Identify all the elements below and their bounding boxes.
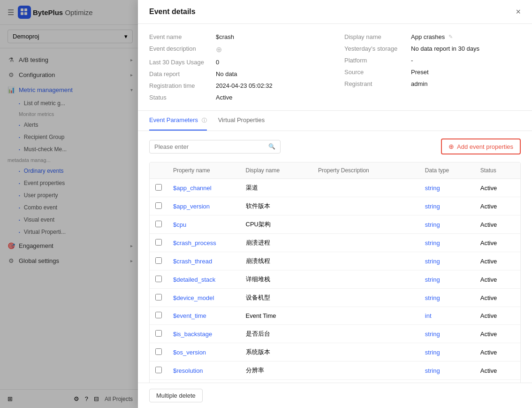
prop-status: Active: [480, 312, 515, 319]
prop-type: string: [425, 258, 477, 265]
meta-registrant-row: Registrant admin: [344, 80, 521, 87]
close-icon[interactable]: ×: [516, 8, 521, 16]
meta-source-row: Source Preset: [344, 69, 521, 76]
prop-name[interactable]: $crash_process: [173, 239, 242, 246]
prop-status: Active: [480, 367, 515, 374]
prop-type: string: [425, 239, 477, 246]
tab-event-parameters[interactable]: Event Parameters ⓘ: [149, 111, 207, 131]
add-btn-label: Add event properties: [457, 143, 513, 150]
row-checkbox[interactable]: [155, 184, 169, 192]
prop-name[interactable]: $cpu: [173, 221, 242, 228]
row-checkbox[interactable]: [155, 367, 169, 375]
event-name-label: Event name: [149, 33, 210, 40]
meta-platform-row: Platform -: [344, 57, 521, 64]
meta-event-desc-row: Event description ⊕: [149, 45, 326, 54]
row-checkbox[interactable]: [155, 330, 169, 338]
col-data-type: Data type: [425, 167, 477, 174]
prop-status: Active: [480, 276, 515, 283]
meta-last30-row: Last 30 Days Usage 0: [149, 59, 326, 66]
row-checkbox[interactable]: [155, 312, 169, 320]
prop-status: Active: [480, 185, 515, 192]
yesterday-value: No data report in 30 days: [411, 45, 479, 52]
reg-time-label: Registration time: [149, 82, 210, 89]
table-row: $os_version 系统版本 string Active: [150, 343, 520, 362]
plus-icon: ⊕: [448, 143, 454, 150]
modal-body: 🔍 ⊕ Add event properties Property name D…: [138, 131, 532, 383]
table-row: $is_backstage 是否后台 string Active: [150, 325, 520, 343]
table-row: $event_time Event Time int Active: [150, 307, 520, 325]
row-checkbox[interactable]: [155, 221, 169, 229]
prop-display: 渠道: [246, 184, 315, 192]
event-desc-add-icon[interactable]: ⊕: [216, 45, 222, 54]
prop-display: 设备机型: [246, 293, 315, 302]
search-icon: 🔍: [268, 143, 275, 150]
prop-display: Event Time: [246, 312, 315, 319]
table-row: $resolution 分辨率 string Active: [150, 362, 520, 380]
modal-footer: Multiple delete: [138, 383, 532, 408]
prop-status: Active: [480, 294, 515, 301]
prop-name[interactable]: $detailed_stack: [173, 276, 242, 283]
last30-label: Last 30 Days Usage: [149, 59, 210, 66]
display-name-label: Display name: [344, 33, 405, 40]
prop-type: string: [425, 367, 477, 374]
prop-display: CPU架构: [246, 220, 315, 229]
prop-name[interactable]: $event_time: [173, 312, 242, 319]
row-checkbox[interactable]: [155, 294, 169, 302]
meta-status-row: Status Active: [149, 94, 326, 101]
meta-event-name-row: Event name $crash: [149, 33, 326, 40]
tab-event-params-label: Event Parameters: [149, 116, 198, 123]
display-name-value: App crashes ✎: [411, 33, 453, 40]
table-row: $cpu CPU架构 string Active: [150, 216, 520, 234]
tab-virtual-properties[interactable]: Virtual Properties: [218, 111, 265, 131]
prop-name[interactable]: $crash_thread: [173, 258, 242, 265]
table-row: $crash_thread 崩溃线程 string Active: [150, 252, 520, 270]
modal-tabs: Event Parameters ⓘ Virtual Properties: [138, 111, 532, 131]
prop-display: 崩溃进程: [246, 239, 315, 247]
data-report-value: No data: [216, 70, 237, 77]
prop-type: string: [425, 203, 477, 210]
prop-name[interactable]: $device_model: [173, 294, 242, 301]
prop-name[interactable]: $os_version: [173, 349, 242, 356]
registrant-value: admin: [411, 80, 427, 87]
data-report-label: Data report: [149, 70, 210, 77]
row-checkbox[interactable]: [155, 348, 169, 356]
status-value: Active: [216, 94, 232, 101]
row-checkbox[interactable]: [155, 257, 169, 265]
prop-name[interactable]: $app_version: [173, 203, 242, 210]
table-row: $crash_process 崩溃进程 string Active: [150, 234, 520, 252]
props-rows-container: $app_channel 渠道 string Active $app_versi…: [150, 179, 520, 383]
event-name-value: $crash: [216, 33, 234, 40]
status-label: Status: [149, 94, 210, 101]
modal-title: Event details: [149, 8, 196, 16]
edit-icon[interactable]: ✎: [448, 34, 453, 40]
col-property-desc: Property Description: [318, 167, 421, 174]
prop-name[interactable]: $is_backstage: [173, 331, 242, 338]
add-event-properties-button[interactable]: ⊕ Add event properties: [441, 139, 521, 154]
meta-yesterday-row: Yesterday's storage No data report in 30…: [344, 45, 521, 52]
table-row: $device_model 设备机型 string Active: [150, 289, 520, 307]
prop-type: string: [425, 276, 477, 283]
col-checkbox: [155, 167, 169, 174]
prop-status: Active: [480, 239, 515, 246]
row-checkbox[interactable]: [155, 276, 169, 284]
properties-table: Property name Display name Property Desc…: [149, 162, 521, 383]
property-search-input[interactable]: [154, 143, 266, 150]
property-search-field[interactable]: 🔍: [149, 140, 281, 154]
event-desc-label: Event description: [149, 45, 210, 52]
col-property-name: Property name: [173, 167, 242, 174]
registrant-label: Registrant: [344, 80, 405, 87]
row-checkbox[interactable]: [155, 239, 169, 247]
table-row: $app_channel 渠道 string Active: [150, 179, 520, 197]
event-details-modal: Event details × Event name $crash Event …: [138, 0, 532, 408]
prop-display: 是否后台: [246, 330, 315, 338]
prop-display: 软件版本: [246, 202, 315, 210]
prop-status: Active: [480, 258, 515, 265]
prop-name[interactable]: $app_channel: [173, 185, 242, 192]
multiple-delete-button[interactable]: Multiple delete: [149, 389, 203, 402]
prop-name[interactable]: $resolution: [173, 367, 242, 374]
yesterday-label: Yesterday's storage: [344, 45, 405, 52]
meta-reg-time-row: Registration time 2024-04-23 05:02:32: [149, 82, 326, 89]
row-checkbox[interactable]: [155, 202, 169, 210]
platform-value: -: [411, 57, 413, 64]
source-value: Preset: [411, 69, 429, 76]
